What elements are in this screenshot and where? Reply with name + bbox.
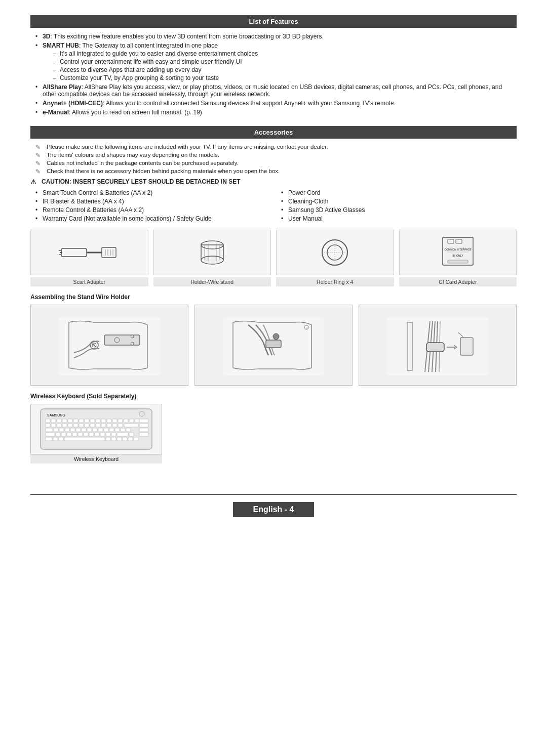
- svg-rect-0: [61, 248, 87, 257]
- svg-rect-97: [121, 428, 125, 432]
- smarthub-sublist: It's all integrated to guide you to easi…: [43, 50, 517, 81]
- svg-rect-2: [102, 247, 116, 258]
- svg-rect-76: [85, 424, 89, 427]
- accessory-item-2: IR Blaster & Batteries (AA x 4): [35, 198, 271, 205]
- accessories-items-grid: Smart Touch Control & Batteries (AA x 2)…: [35, 189, 517, 224]
- feature-item-emanual: e-Manual: Allows you to read on screen f…: [35, 109, 517, 116]
- product-images-row: Scart Adapter Holder-Wire stand: [30, 230, 517, 286]
- svg-rect-103: [72, 433, 77, 436]
- svg-rect-58: [79, 419, 84, 423]
- svg-rect-121: [128, 437, 133, 441]
- holder-ring-image: [276, 230, 394, 275]
- svg-rect-65: [118, 419, 123, 423]
- scart-adapter-svg: [59, 237, 120, 268]
- svg-rect-52: [46, 419, 50, 423]
- svg-rect-108: [100, 433, 105, 436]
- smarthub-sub4: Customize your TV, by App grouping & sor…: [53, 74, 517, 81]
- feature-label-3d: 3D: [43, 33, 50, 40]
- feature-item-allshare: AllShare Play: AllShare Play lets you ac…: [35, 83, 517, 98]
- svg-rect-87: [65, 428, 69, 432]
- note-2: The items' colours and shapes may vary d…: [35, 152, 517, 158]
- svg-rect-85: [54, 428, 58, 432]
- svg-rect-67: [129, 419, 134, 423]
- svg-rect-75: [79, 424, 84, 427]
- assembly-step3-svg: [382, 307, 493, 383]
- svg-rect-68: [135, 419, 139, 423]
- svg-rect-119: [117, 437, 122, 441]
- accessory-item-5: Power Cord: [281, 189, 517, 196]
- features-section: List of Features 3D: This exciting new f…: [30, 15, 517, 116]
- svg-rect-86: [59, 428, 64, 432]
- assembly-step3: [359, 305, 517, 386]
- footer-text: English - 4: [233, 502, 315, 517]
- keyboard-section: Wireless Keyboard (Sold Separately) SAMS…: [30, 393, 517, 464]
- svg-rect-60: [90, 419, 95, 423]
- note-3: Cables not included in the package conte…: [35, 160, 517, 166]
- product-holder-ring: Holder Ring x 4: [276, 230, 394, 286]
- svg-rect-82: [118, 424, 123, 427]
- svg-rect-117: [106, 437, 110, 441]
- svg-rect-102: [67, 433, 71, 436]
- svg-rect-91: [87, 428, 92, 432]
- assembly-step2: 3: [194, 305, 353, 386]
- svg-rect-66: [124, 419, 128, 423]
- svg-rect-70: [51, 424, 56, 427]
- svg-rect-81: [112, 424, 117, 427]
- accessories-left-list: Smart Touch Control & Batteries (AA x 2)…: [35, 189, 271, 224]
- svg-rect-95: [109, 428, 114, 432]
- caution-text: CAUTION: INSERT SECURELY LEST SHOULD BE …: [30, 178, 517, 185]
- svg-rect-54: [57, 419, 61, 423]
- holder-ring-svg: [315, 235, 355, 270]
- feature-text-3d: : This exciting new feature enables you …: [50, 33, 323, 40]
- svg-rect-104: [78, 433, 83, 436]
- svg-rect-74: [73, 424, 78, 427]
- svg-rect-94: [104, 428, 108, 432]
- keyboard-img-container: SAMSUNG: [30, 404, 162, 464]
- smarthub-sub2: Control your entertainment life with eas…: [53, 58, 517, 65]
- svg-rect-107: [95, 433, 99, 436]
- feature-text-allshare: : AllShare Play lets you access, view, o…: [43, 83, 502, 98]
- svg-rect-78: [96, 424, 100, 427]
- features-title: List of Features: [249, 18, 298, 25]
- svg-rect-90: [82, 428, 86, 432]
- feature-item-smarthub: SMART HUB: The Gateway to all content in…: [35, 42, 517, 81]
- svg-rect-56: [68, 419, 72, 423]
- product-scart-adapter: Scart Adapter: [30, 230, 148, 286]
- svg-rect-69: [46, 424, 50, 427]
- scart-adapter-image: [30, 230, 148, 275]
- svg-rect-111: [117, 433, 128, 436]
- svg-rect-84: [46, 428, 53, 432]
- holder-wire-label: Holder-Wire stand: [153, 277, 271, 286]
- svg-rect-109: [106, 433, 110, 436]
- svg-rect-73: [68, 424, 72, 427]
- svg-rect-77: [90, 424, 95, 427]
- keyboard-svg: SAMSUNG: [38, 406, 154, 452]
- feature-label-smarthub: SMART HUB: [43, 42, 79, 49]
- product-ci-card-adapter: COMMON INTERFACE 5V ONLY CI Card Adapter: [399, 230, 517, 286]
- keyboard-image: SAMSUNG: [30, 404, 162, 454]
- svg-rect-122: [134, 437, 138, 441]
- accessories-right-list: Power Cord Cleaning-Cloth Samsung 3D Act…: [281, 189, 517, 224]
- accessories-title: Accessories: [254, 129, 293, 136]
- accessory-item-6: Cleaning-Cloth: [281, 198, 517, 205]
- svg-rect-125: [139, 428, 148, 432]
- svg-rect-71: [57, 424, 61, 427]
- svg-rect-93: [98, 428, 103, 432]
- accessory-item-8: User Manual: [281, 215, 517, 222]
- note-4: Check that there is no accessory hidden …: [35, 168, 517, 174]
- feature-text-smarthub: : The Gateway to all content integrated …: [79, 42, 218, 49]
- svg-text:COMMON INTERFACE: COMMON INTERFACE: [444, 248, 472, 251]
- svg-rect-99: [46, 433, 55, 436]
- svg-rect-55: [62, 419, 67, 423]
- holder-wire-svg: [192, 237, 232, 268]
- svg-rect-53: [51, 419, 56, 423]
- keyboard-label: Wireless Keyboard: [30, 454, 162, 464]
- svg-rect-79: [101, 424, 106, 427]
- ci-card-image: COMMON INTERFACE 5V ONLY: [399, 230, 517, 275]
- keyboard-title: Wireless Keyboard (Sold Separately): [30, 393, 517, 400]
- svg-rect-101: [61, 433, 66, 436]
- svg-text:SAMSUNG: SAMSUNG: [47, 413, 65, 417]
- accessories-notes: Please make sure the following items are…: [30, 144, 517, 174]
- accessory-item-3: Remote Control & Batteries (AAA x 2): [35, 206, 271, 214]
- accessory-item-7: Samsung 3D Active Glasses: [281, 206, 517, 214]
